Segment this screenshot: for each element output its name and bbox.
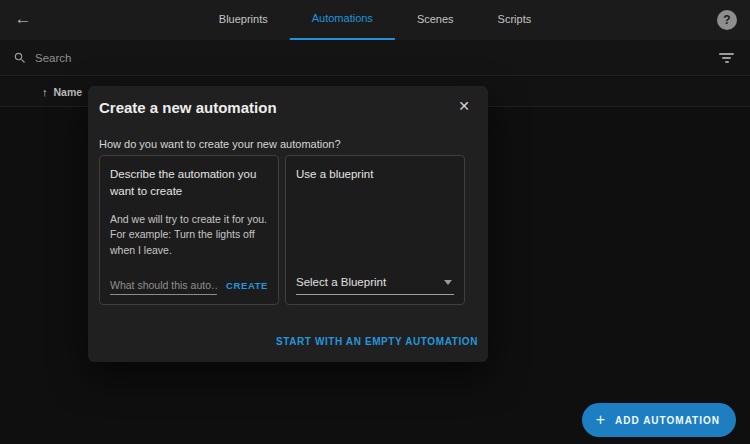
search-bar [0,40,750,76]
dialog-title: Create a new automation [99,99,277,116]
help-icon[interactable]: ? [717,10,737,30]
sort-ascending-icon[interactable]: ↑ [42,86,48,98]
add-automation-label: ADD AUTOMATION [615,415,720,426]
tab-scenes[interactable]: Scenes [395,0,476,40]
automations-page: ← Blueprints Automations Scenes Scripts … [0,0,750,444]
column-header-name[interactable]: Name [54,86,83,98]
plus-icon: + [596,411,605,429]
dialog-question: How do you want to create your new autom… [99,138,341,150]
app-toolbar: ← Blueprints Automations Scenes Scripts … [0,0,750,40]
describe-card-title: Describe the automation you want to crea… [110,166,268,201]
describe-automation-card: Describe the automation you want to crea… [99,155,279,305]
blueprint-card-title: Use a blueprint [296,166,454,183]
filter-icon[interactable] [719,53,734,63]
blueprint-select-label: Select a Blueprint [296,276,386,288]
back-button[interactable]: ← [8,4,38,34]
back-arrow-icon: ← [15,9,32,29]
blueprint-select[interactable]: Select a Blueprint [296,276,454,295]
use-blueprint-card: Use a blueprint Select a Blueprint [285,155,465,305]
describe-card-body: And we will try to create it for you. Fo… [110,212,268,259]
tab-bar: Blueprints Automations Scenes Scripts [197,0,553,40]
search-icon [13,51,27,65]
dialog-option-cards: Describe the automation you want to crea… [99,155,465,305]
close-icon[interactable]: ✕ [454,96,474,116]
tab-automations[interactable]: Automations [290,0,395,40]
create-automation-dialog: Create a new automation ✕ How do you wan… [88,86,488,362]
chevron-down-icon [444,280,452,285]
describe-input-row: CREATE [110,277,268,295]
search-input[interactable] [35,52,707,64]
tab-blueprints[interactable]: Blueprints [197,0,290,40]
start-empty-automation-button[interactable]: START WITH AN EMPTY AUTOMATION [276,336,478,347]
add-automation-button[interactable]: + ADD AUTOMATION [582,403,736,437]
tab-scripts[interactable]: Scripts [476,0,554,40]
automation-description-input[interactable] [110,277,217,295]
create-button[interactable]: CREATE [226,280,268,295]
